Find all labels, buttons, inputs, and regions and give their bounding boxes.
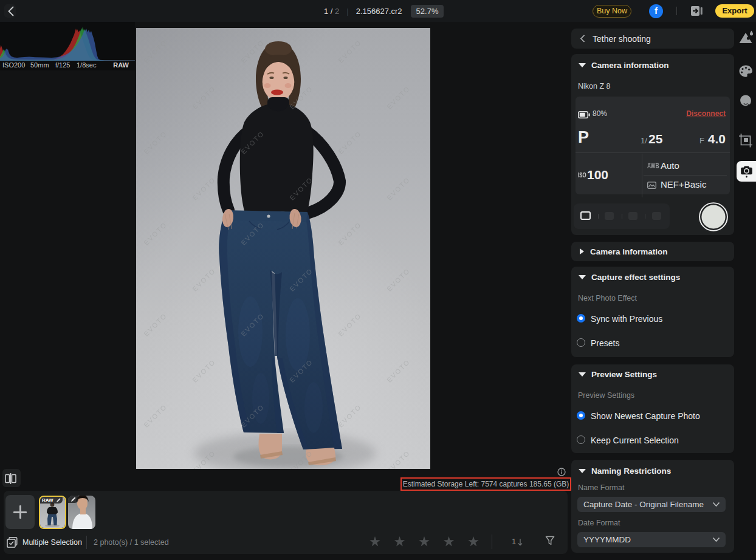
svg-text:50mm: 50mm	[30, 61, 49, 69]
svg-text:RAW: RAW	[113, 61, 129, 69]
svg-text:f/125: f/125	[55, 61, 70, 69]
svg-text:1/8sec: 1/8sec	[77, 61, 97, 69]
svg-text:ISO200: ISO200	[2, 61, 25, 69]
